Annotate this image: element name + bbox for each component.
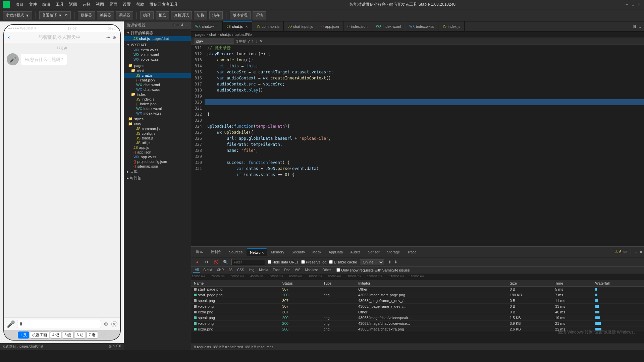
devtools-tab-debug[interactable]: 调试 <box>193 248 207 256</box>
phone-mic-btn[interactable]: 🎤 <box>7 320 15 328</box>
find-next-btn[interactable]: ↓ <box>256 39 258 44</box>
hide-data-urls-checkbox[interactable] <box>268 260 271 264</box>
more-tabs-icon[interactable]: … <box>637 24 641 29</box>
utils-folder[interactable]: 📁 utils <box>124 121 191 126</box>
table-row[interactable]: voice.png 307 43063/_pageframe_/_dev_/..… <box>191 304 644 309</box>
code-content[interactable]: // 抛出录音 playRecord: function (e) { conso… <box>205 45 644 246</box>
minimize-button[interactable]: ─ <box>625 2 629 7</box>
clear-btn[interactable]: 清存 <box>209 11 223 19</box>
filter-media[interactable]: Media <box>257 268 270 272</box>
breadcrumb-pages[interactable]: pages <box>195 33 205 37</box>
close-input-btn[interactable]: ✕ <box>111 321 117 327</box>
version-btn[interactable]: 版本管理 <box>230 11 251 19</box>
throttle-select[interactable]: Online Fast 3G Slow 3G Offline <box>360 259 384 265</box>
app-json-file[interactable]: {} app.json <box>124 150 191 155</box>
devtools-tab-storage[interactable]: Storage <box>384 249 404 255</box>
config-js-file[interactable]: JS config.js <box>124 131 191 136</box>
wxchat-title[interactable]: WXCHAT <box>124 42 191 48</box>
detail-btn[interactable]: 详情 <box>253 11 266 19</box>
filter-img[interactable]: Img <box>247 268 256 272</box>
breadcrumb-chat[interactable]: chat <box>209 33 216 37</box>
devtools-tab-memory[interactable]: Memory <box>268 249 288 255</box>
devtools-tab-mock[interactable]: Mock <box>309 249 324 255</box>
devtools-settings-btn[interactable]: ⚙ <box>623 250 627 254</box>
devtools-minimize-btn[interactable]: – <box>635 250 637 254</box>
kb-btn-0[interactable]: 1 及 <box>18 331 29 339</box>
disable-cache-check[interactable]: Disable cache <box>329 260 357 264</box>
simulator-btn[interactable]: 模拟器 <box>78 11 95 19</box>
record-btn[interactable]: ● <box>194 259 201 265</box>
disable-cache-checkbox[interactable] <box>329 260 333 264</box>
emoji-kbd-btn[interactable]: ☺ <box>100 331 106 339</box>
tab-indexjs[interactable]: JS index.js <box>438 21 465 32</box>
index-wxss-file[interactable]: WX index.wxss <box>124 111 191 116</box>
filter-other[interactable]: Other <box>321 268 332 272</box>
menu-help[interactable]: 帮助 <box>133 2 147 7</box>
compile-btn[interactable]: 编译 <box>140 11 154 19</box>
devtools-tab-trace[interactable]: Trace <box>404 249 420 255</box>
more-icon[interactable]: ••• <box>106 35 111 40</box>
tab-chatwxml[interactable]: WX chat.wxml <box>191 21 223 32</box>
kb-btn-3[interactable]: 5 级 <box>62 331 73 339</box>
table-row[interactable]: start_page.png 200 png 43063/image/start… <box>191 292 644 298</box>
chat-wxss-file[interactable]: WX chat.wxss <box>124 87 191 92</box>
preview-btn[interactable]: 预览 <box>156 11 169 19</box>
filter-xhr[interactable]: XHR <box>215 268 225 272</box>
export-har-btn[interactable]: ⬇ <box>394 260 397 264</box>
menu-file[interactable]: 文件 <box>26 2 40 7</box>
index-json-file[interactable]: {} index.json <box>124 102 191 106</box>
editor-btn[interactable]: 编辑器 <box>97 11 114 19</box>
index-js-file[interactable]: JS index.js <box>124 97 191 102</box>
network-table[interactable]: Name Status Type Initiator Size Time Wat… <box>191 280 644 344</box>
menu-settings[interactable]: 设置 <box>120 2 133 7</box>
styles-folder[interactable]: 📁 styles <box>124 116 191 121</box>
breadcrumb-chatjs[interactable]: chat.js <box>220 33 231 37</box>
samesite-checkbox[interactable] <box>336 268 340 272</box>
phone-input[interactable] <box>17 320 101 328</box>
filter-all[interactable]: All <box>193 267 200 273</box>
devtools-tab-sensor[interactable]: Sensor <box>365 249 383 255</box>
real-debug-btn[interactable]: 真机调试 <box>171 11 192 19</box>
breadcrumb-uploadfile[interactable]: uploadFile <box>235 33 252 37</box>
filter-cloud[interactable]: Cloud <box>202 268 214 272</box>
code-area[interactable]: 311312313314 315316317318 319320321322 3… <box>191 45 644 246</box>
filter-doc[interactable]: Doc <box>283 268 292 272</box>
chat-json-file[interactable]: {} chat.json <box>124 78 191 82</box>
filter-ws[interactable]: WS <box>293 268 302 272</box>
common-js-file[interactable]: JS common.js <box>124 126 191 131</box>
index-wxml-file[interactable]: WX index.wxml <box>124 106 191 111</box>
phone-back-btn[interactable]: ‹ <box>8 34 10 41</box>
import-har-btn[interactable]: ⬆ <box>388 260 391 264</box>
voice-wxss[interactable]: WX voice.wxss <box>124 57 191 62</box>
hide-data-urls-check[interactable]: Hide data URLs <box>268 260 299 264</box>
filter-input[interactable] <box>231 259 265 265</box>
kb-btn-1[interactable]: 机器工画 <box>30 331 49 339</box>
devtools-tab-sources[interactable]: Sources <box>226 249 246 255</box>
find-close-btn[interactable]: ✕ <box>260 39 263 44</box>
big-section-title[interactable]: 大库 <box>124 169 191 175</box>
index-folder[interactable]: 📁 index <box>124 92 191 97</box>
project-config-file[interactable]: {} project.config.json <box>124 159 191 164</box>
clear-network-btn[interactable]: 🚫 <box>213 259 219 265</box>
tab-chatinputjs[interactable]: JS chat-input.js <box>284 21 317 32</box>
chat-js-file[interactable]: JS chat.js <box>124 73 191 78</box>
tab-indexwxss[interactable]: WX index.wxss <box>405 21 438 32</box>
tab-indexwxml[interactable]: WX index.wxml <box>372 21 406 32</box>
voice-wxml[interactable]: WX voice.wxml <box>124 52 191 57</box>
open-file-chatjs[interactable]: JS chat.js pages/chat <box>124 36 191 41</box>
devtools-more-btn[interactable]: ⋮ <box>629 250 633 254</box>
toast-js-file[interactable]: JS toast.js <box>124 136 191 140</box>
menu-view[interactable]: 视图 <box>93 2 107 7</box>
find-prev-btn[interactable]: ↑ <box>252 39 254 44</box>
table-row[interactable]: extra.png 200 png 43063/image/chat/extra… <box>191 326 644 332</box>
devtools-tab-console[interactable]: 控制台 <box>207 248 225 256</box>
chat-folder[interactable]: 📁 chat <box>124 68 191 73</box>
table-row[interactable]: start_page.png 307 Other 0 B 5 ms <box>191 287 644 292</box>
util-js-file[interactable]: JS util.js <box>124 140 191 145</box>
chat-wxml-file[interactable]: WX chat.wxml <box>124 82 191 87</box>
emoji-btn[interactable]: ☺ <box>103 320 109 327</box>
table-row[interactable]: voice.png 200 png 43063/image/chat/voice… <box>191 321 644 326</box>
menu-edit[interactable]: 编辑 <box>40 2 53 7</box>
preserve-log-check[interactable]: Preserve log <box>301 260 327 264</box>
kb-btn-2[interactable]: 4 记 <box>50 331 61 339</box>
